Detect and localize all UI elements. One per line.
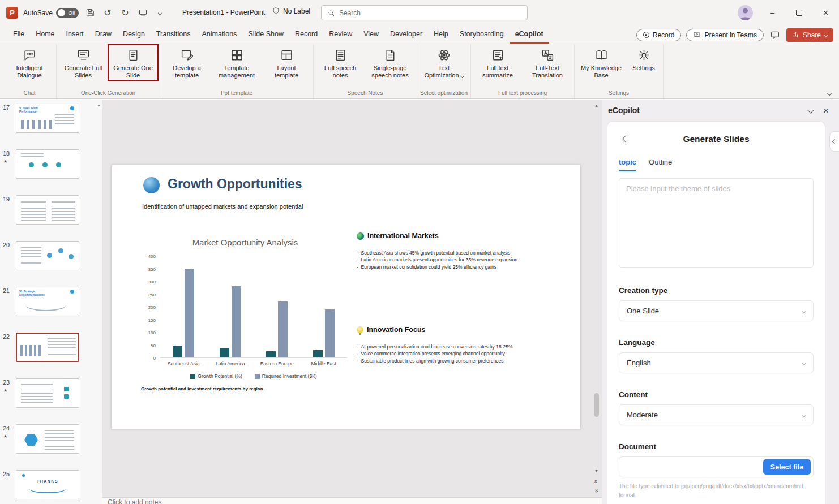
ribbon-tab-insert[interactable]: Insert: [61, 25, 89, 44]
ribbon-tab-file[interactable]: File: [7, 25, 30, 44]
close-button[interactable]: ×: [812, 0, 839, 25]
bullet-item: Latin American markets present opportuni…: [357, 256, 535, 263]
bullet-item: Sustainable product lines align with gro…: [357, 357, 535, 364]
panel-collapse-chevron-icon[interactable]: [807, 107, 814, 113]
theme-input[interactable]: [619, 178, 814, 268]
slide-19-item[interactable]: 19: [0, 195, 102, 240]
slide-21-item[interactable]: 21 VI. Strategic Recommendations: [0, 286, 102, 332]
slide-23-item[interactable]: 23: [0, 378, 102, 424]
quick-access-more-button[interactable]: [154, 7, 166, 19]
slide-25-item[interactable]: 25 THANKS: [0, 469, 102, 504]
slide-number: 19: [3, 196, 10, 203]
slide-19-thumbnail[interactable]: [16, 195, 79, 225]
editor-vertical-scrollbar[interactable]: ▲ ▼ « «: [593, 102, 600, 495]
y-tick-label: 0: [153, 356, 156, 361]
notes-placeholder[interactable]: Click to add notes: [102, 497, 602, 504]
scrollbar-thumb[interactable]: [594, 393, 599, 417]
slide-21-thumbnail[interactable]: VI. Strategic Recommendations: [16, 287, 79, 316]
start-slideshow-icon[interactable]: [136, 7, 149, 19]
intelligent-dialogue-button[interactable]: Intelligent Dialogue: [5, 45, 54, 80]
slide-22-item[interactable]: 22: [0, 332, 102, 378]
layout-template-button[interactable]: Layout template: [262, 45, 311, 80]
title-bar: P AutoSave Off ↺ ↻ Presentation1 - Power…: [0, 0, 839, 25]
scroll-up-arrow-icon[interactable]: ▲: [593, 102, 600, 109]
slide-25-thumbnail[interactable]: THANKS: [16, 470, 79, 499]
tab-topic[interactable]: topic: [619, 158, 636, 171]
generate-full-slides-button[interactable]: Generate Full Slides: [58, 45, 108, 80]
ribbon-tab-developer[interactable]: Developer: [384, 25, 428, 44]
search-input[interactable]: [339, 9, 521, 17]
panel-close-icon[interactable]: ×: [823, 106, 829, 115]
sensitivity-label[interactable]: No Label: [272, 7, 310, 15]
slide-17-item[interactable]: 17 V. Sales Team Performance: [0, 103, 102, 149]
collapse-ribbon-icon[interactable]: [827, 91, 832, 96]
comments-button[interactable]: [769, 29, 781, 41]
select-file-button[interactable]: Select file: [763, 459, 811, 475]
slide-title[interactable]: Growth Opportunities: [168, 176, 302, 192]
slide-17-thumbnail[interactable]: V. Sales Team Performance: [16, 104, 79, 133]
ribbon-tab-record[interactable]: Record: [289, 25, 323, 44]
my-knowledge-base-button[interactable]: My Knowledge Base: [576, 45, 626, 80]
slide-18-item[interactable]: 18: [0, 149, 102, 195]
scroll-down-arrow-icon[interactable]: ▼: [593, 467, 600, 475]
ribbon-tab-animations[interactable]: Animations: [196, 25, 243, 44]
present-in-teams-button[interactable]: Present in Teams: [686, 29, 764, 41]
slide-number: 23: [3, 379, 10, 386]
back-chevron-icon[interactable]: [622, 135, 630, 143]
slide-20-thumbnail[interactable]: [16, 241, 79, 270]
slide-subtitle[interactable]: Identification of untapped markets and e…: [142, 203, 303, 210]
innovation-focus-section[interactable]: Innovation Focus AI-powered personalizat…: [357, 326, 537, 364]
develop-template-button[interactable]: Develop a template: [162, 45, 212, 80]
content-select[interactable]: Moderate: [619, 404, 814, 425]
slide-20-item[interactable]: 20: [0, 240, 102, 286]
maximize-button[interactable]: [786, 0, 812, 25]
full-text-summarize-button[interactable]: Full text summarize: [473, 45, 523, 80]
autosave-switch[interactable]: Off: [56, 8, 79, 18]
ribbon-tab-storyboarding[interactable]: Storyboarding: [454, 25, 510, 44]
text-optimization-button[interactable]: Text Optimization: [419, 45, 469, 80]
user-avatar[interactable]: [738, 5, 753, 20]
autosave-toggle[interactable]: AutoSave Off: [23, 8, 79, 18]
save-button[interactable]: [84, 7, 96, 19]
full-speech-notes-button[interactable]: Full speech notes: [315, 45, 365, 80]
ribbon-tab-slide-show[interactable]: Slide Show: [242, 25, 289, 44]
generate-one-slide-button[interactable]: Generate One Slide: [108, 45, 158, 80]
ribbon-tab-review[interactable]: Review: [323, 25, 358, 44]
ribbon-tab-design[interactable]: Design: [117, 25, 151, 44]
ribbon-tab-help[interactable]: Help: [428, 25, 454, 44]
international-markets-section[interactable]: International Markets Southeast Asia sho…: [357, 232, 537, 270]
creation-type-select[interactable]: One Slide: [619, 300, 814, 321]
thumb-title: V. Sales Team Performance: [19, 106, 54, 113]
bar-chart[interactable]: Market Opportunity Analysis 050100150200…: [141, 238, 349, 391]
language-select[interactable]: English: [619, 352, 814, 373]
slide-23-thumbnail[interactable]: [16, 378, 79, 408]
document-file-input[interactable]: Select file: [619, 456, 814, 477]
ribbon-tab-view[interactable]: View: [358, 25, 384, 44]
chart-bar: [325, 309, 335, 358]
share-button[interactable]: Share: [786, 28, 833, 42]
single-page-speech-notes-button[interactable]: Single-page speech notes: [365, 45, 415, 80]
panel-expand-handle[interactable]: [829, 131, 839, 152]
slide-number: 21: [3, 287, 10, 294]
minimize-button[interactable]: –: [759, 0, 786, 25]
ribbon-tab-ecopilot[interactable]: eCopilot: [510, 25, 549, 44]
next-slide-button[interactable]: «: [594, 489, 600, 493]
tab-outline[interactable]: Outline: [649, 158, 672, 171]
slide-18-thumbnail[interactable]: [16, 149, 79, 179]
undo-button[interactable]: ↺: [101, 7, 114, 19]
ribbon-tab-home[interactable]: Home: [30, 25, 60, 44]
search-box[interactable]: [321, 5, 528, 20]
ribbon-tab-transitions[interactable]: Transitions: [151, 25, 196, 44]
settings-button[interactable]: Settings: [626, 45, 661, 73]
redo-button[interactable]: ↻: [119, 7, 131, 19]
slide-24-thumbnail[interactable]: [16, 424, 79, 454]
slide-22-thumbnail-selected[interactable]: [16, 333, 79, 362]
slide-24-item[interactable]: 24: [0, 424, 102, 469]
slide-canvas[interactable]: Growth Opportunities Identification of u…: [112, 165, 580, 429]
record-button[interactable]: Record: [636, 29, 682, 41]
full-text-translation-button[interactable]: Full-Text Translation: [523, 45, 572, 80]
ribbon-tab-draw[interactable]: Draw: [89, 25, 117, 44]
previous-slide-button[interactable]: «: [594, 480, 600, 483]
template-management-button[interactable]: Template management: [212, 45, 262, 80]
chart-y-axis: 050100150200250300350400: [141, 256, 160, 358]
